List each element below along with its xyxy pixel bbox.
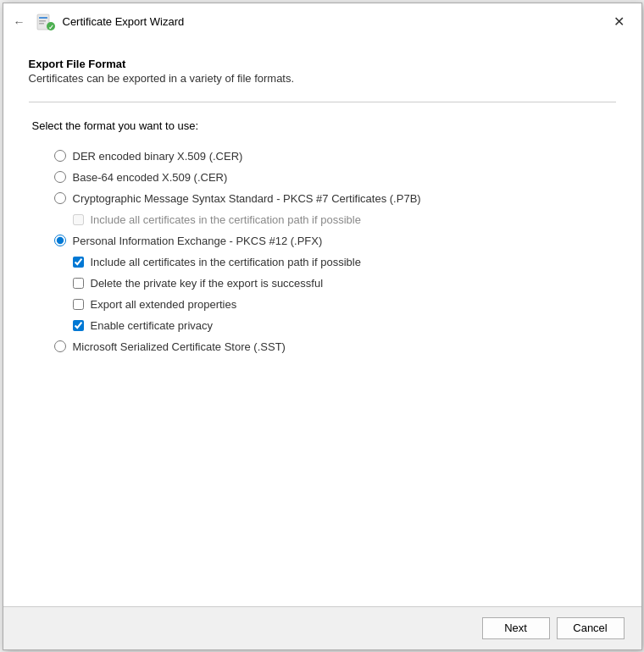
title-bar-left: ← ✓ Certificate Export Wizard (14, 12, 185, 32)
radio-der-label: DER encoded binary X.509 (.CER) (73, 150, 243, 163)
pfx-sub1-item[interactable]: Include all certificates in the certific… (73, 251, 616, 273)
checkbox-p7b-include-all-label: Include all certificates in the certific… (91, 213, 361, 226)
wizard-icon: ✓ (36, 12, 56, 32)
options-list: DER encoded binary X.509 (.CER) Base-64 … (29, 146, 616, 357)
checkbox-pfx-extended-props-label: Export all extended properties (91, 298, 237, 311)
checkbox-pfx-include-all[interactable] (73, 257, 84, 268)
section-header: Export File Format Certificates can be e… (29, 58, 616, 85)
pfx-sub4-item[interactable]: Enable certificate privacy (73, 315, 616, 336)
radio-item-pfx[interactable]: Personal Information Exchange - PKCS #12… (29, 230, 616, 251)
section-title: Export File Format (29, 58, 616, 70)
radio-sst-label: Microsoft Serialized Certificate Store (… (73, 340, 286, 353)
close-button[interactable]: ✕ (608, 10, 631, 34)
title-bar: ← ✓ Certificate Export Wizard ✕ (3, 3, 641, 41)
next-button[interactable]: Next (482, 617, 550, 639)
dialog-content: Export File Format Certificates can be e… (3, 41, 641, 606)
svg-rect-3 (39, 23, 44, 25)
cancel-button[interactable]: Cancel (557, 617, 625, 639)
radio-sst[interactable] (54, 340, 66, 352)
checkbox-p7b-include-all[interactable] (73, 214, 84, 225)
radio-p7b[interactable] (54, 192, 66, 204)
checkbox-pfx-delete-key-label: Delete the private key if the export is … (91, 277, 324, 290)
dialog-window: ← ✓ Certificate Export Wizard ✕ Export F… (3, 3, 642, 650)
checkbox-pfx-cert-privacy-label: Enable certificate privacy (91, 319, 214, 332)
radio-item-p7b[interactable]: Cryptographic Message Syntax Standard - … (29, 188, 616, 209)
checkbox-pfx-cert-privacy[interactable] (73, 320, 84, 331)
pfx-sub3-item[interactable]: Export all extended properties (73, 294, 616, 315)
radio-der[interactable] (54, 150, 66, 162)
svg-rect-2 (39, 20, 46, 22)
svg-text:✓: ✓ (47, 24, 53, 31)
radio-pfx-label: Personal Information Exchange - PKCS #12… (73, 235, 323, 247)
divider (29, 102, 616, 102)
checkbox-pfx-extended-props[interactable] (73, 299, 84, 310)
radio-p7b-label: Cryptographic Message Syntax Standard - … (73, 192, 421, 205)
back-button[interactable]: ← (14, 15, 25, 29)
radio-base64-label: Base-64 encoded X.509 (.CER) (73, 171, 228, 184)
format-select-label: Select the format you want to use: (32, 119, 616, 132)
svg-rect-1 (39, 17, 47, 19)
dialog-title: Certificate Export Wizard (63, 15, 185, 28)
radio-item-sst[interactable]: Microsoft Serialized Certificate Store (… (29, 336, 616, 357)
dialog-footer: Next Cancel (3, 606, 641, 649)
pfx-suboptions: Include all certificates in the certific… (73, 251, 616, 336)
checkbox-pfx-include-all-label: Include all certificates in the certific… (91, 256, 361, 268)
p7b-suboption-container: Include all certificates in the certific… (73, 209, 616, 230)
radio-item-base64[interactable]: Base-64 encoded X.509 (.CER) (29, 167, 616, 188)
radio-base64[interactable] (54, 171, 66, 183)
radio-pfx[interactable] (54, 235, 66, 246)
checkbox-pfx-delete-key[interactable] (73, 278, 84, 289)
pfx-sub2-item[interactable]: Delete the private key if the export is … (73, 273, 616, 294)
section-description: Certificates can be exported in a variet… (29, 72, 616, 85)
radio-item-der[interactable]: DER encoded binary X.509 (.CER) (29, 146, 616, 167)
